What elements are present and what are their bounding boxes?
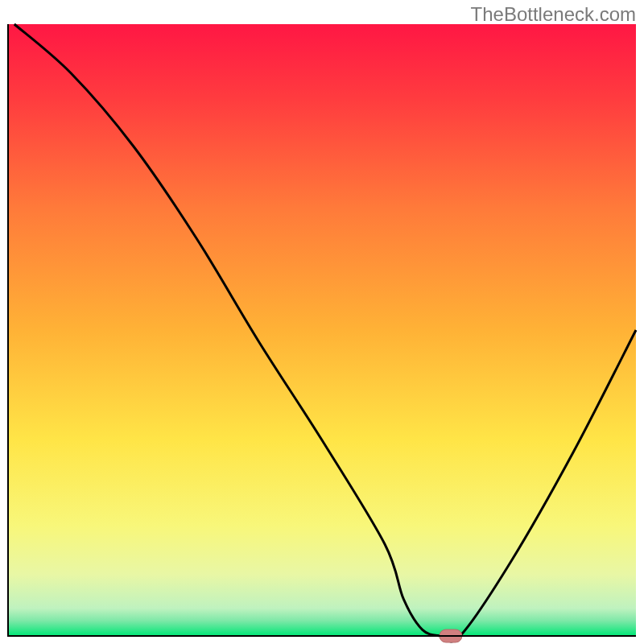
chart-svg [0,0,644,644]
attribution-text: TheBottleneck.com [471,3,636,26]
chart-canvas: TheBottleneck.com [0,0,644,644]
gradient-background [8,24,636,636]
